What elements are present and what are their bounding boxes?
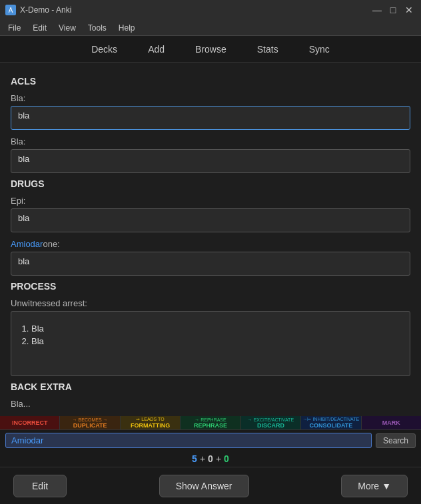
amiodarone-field[interactable]: bla <box>11 252 410 276</box>
search-button[interactable]: Search <box>376 433 416 448</box>
app-icon: A <box>5 5 16 15</box>
toolbar-consolidate[interactable]: →⊢ INHIBIT/DEACTIVATE CONSOLIDATE <box>301 416 361 429</box>
toolbar-strip: INCORRECT → BECOMES → DUPLICATE ⇒ LEADS … <box>0 416 421 429</box>
toolbar-mark[interactable]: MARK <box>362 416 421 429</box>
menu-tools[interactable]: Tools <box>83 22 112 34</box>
green-count: 0 <box>224 453 229 464</box>
window-controls: — □ ✕ <box>370 3 416 17</box>
action-bar: Edit Show Answer More ▼ <box>0 467 421 504</box>
white-count: 0 <box>208 453 213 464</box>
more-label: More <box>358 481 379 491</box>
toolbar-consolidate-top: →⊢ INHIBIT/DEACTIVATE <box>302 417 359 422</box>
toolbar-discard-top: → EXCITE/ACTIVATE <box>248 417 294 422</box>
plus2: + <box>216 453 221 464</box>
menu-edit[interactable]: Edit <box>27 22 52 34</box>
back-extra-heading: BACK EXTRA <box>11 381 410 392</box>
back-extra-partial: Bla... <box>11 399 410 409</box>
toolbar-rephrase[interactable]: → REPHRASE REPHRASE <box>181 416 240 429</box>
window-title: X-Demo - Anki <box>20 5 71 15</box>
epi-label: Epi: <box>11 196 410 206</box>
search-bar: Search <box>0 429 421 451</box>
toolbar-duplicate[interactable]: → BECOMES → DUPLICATE <box>60 416 120 429</box>
toolbar-discard-label: DISCARD <box>257 422 284 429</box>
menu-file[interactable]: File <box>3 22 26 34</box>
process-heading: PROCESS <box>11 281 410 292</box>
menu-view[interactable]: View <box>53 22 81 34</box>
edit-button[interactable]: Edit <box>13 475 67 497</box>
nav-add[interactable]: Add <box>143 41 170 57</box>
main-content: ACLS Bla: bla Bla: bla DRUGS Epi: bla Am… <box>0 63 421 416</box>
bla1-label: Bla: <box>11 93 410 103</box>
title-bar: A X-Demo - Anki — □ ✕ <box>0 0 421 20</box>
amiodarone-label: Amiodarone: <box>11 239 410 249</box>
menu-help[interactable]: Help <box>113 22 141 34</box>
amiodar-highlight: Amiodar <box>11 239 43 249</box>
toolbar-rephrase-label: REPHRASE <box>194 422 227 429</box>
toolbar-incorrect-label: INCORRECT <box>12 419 48 426</box>
toolbar-mark-label: MARK <box>382 419 400 426</box>
plus1: + <box>200 453 205 464</box>
process-field[interactable]: Bla Bla <box>11 311 410 376</box>
toolbar-formatting-label: FORMATTING <box>131 422 170 429</box>
nav-sync[interactable]: Sync <box>304 41 335 57</box>
maximize-button[interactable]: □ <box>386 3 400 17</box>
nav-browse[interactable]: Browse <box>190 41 232 57</box>
minimize-button[interactable]: — <box>370 3 384 17</box>
counter-bar: 5 + 0 + 0 <box>0 451 421 467</box>
nav-bar: Decks Add Browse Stats Sync <box>0 36 421 63</box>
close-button[interactable]: ✕ <box>402 3 416 17</box>
amiodar-suffix: one: <box>43 239 59 249</box>
epi-field[interactable]: bla <box>11 208 410 232</box>
search-input[interactable] <box>5 433 372 448</box>
more-arrow-icon: ▼ <box>382 481 391 491</box>
show-answer-button[interactable]: Show Answer <box>159 475 249 497</box>
list-item: Bla <box>31 324 396 334</box>
toolbar-discard[interactable]: → EXCITE/ACTIVATE DISCARD <box>241 416 301 429</box>
more-button[interactable]: More ▼ <box>341 475 408 497</box>
bla1-field[interactable]: bla <box>11 106 410 130</box>
toolbar-formatting-top: ⇒ LEADS TO <box>136 417 164 422</box>
toolbar-duplicate-label: DUPLICATE <box>73 422 107 429</box>
nav-decks[interactable]: Decks <box>86 41 123 57</box>
toolbar-formatting[interactable]: ⇒ LEADS TO FORMATTING <box>121 416 181 429</box>
menu-bar: File Edit View Tools Help <box>0 20 421 36</box>
bla2-field[interactable]: bla <box>11 149 410 173</box>
toolbar-duplicate-top: → BECOMES → <box>73 417 108 422</box>
toolbar-consolidate-label: CONSOLIDATE <box>309 422 352 429</box>
blue-count: 5 <box>192 453 197 464</box>
toolbar-incorrect[interactable]: INCORRECT <box>0 416 60 429</box>
list-item: Bla <box>31 336 396 346</box>
toolbar-rephrase-top: → REPHRASE <box>195 417 226 422</box>
drugs-heading: DRUGS <box>11 178 410 189</box>
process-list: Bla Bla <box>18 317 403 370</box>
acls-heading: ACLS <box>11 76 410 87</box>
nav-stats[interactable]: Stats <box>252 41 284 57</box>
process-label: Unwitnessed arrest: <box>11 298 410 308</box>
bla2-label: Bla: <box>11 136 410 146</box>
